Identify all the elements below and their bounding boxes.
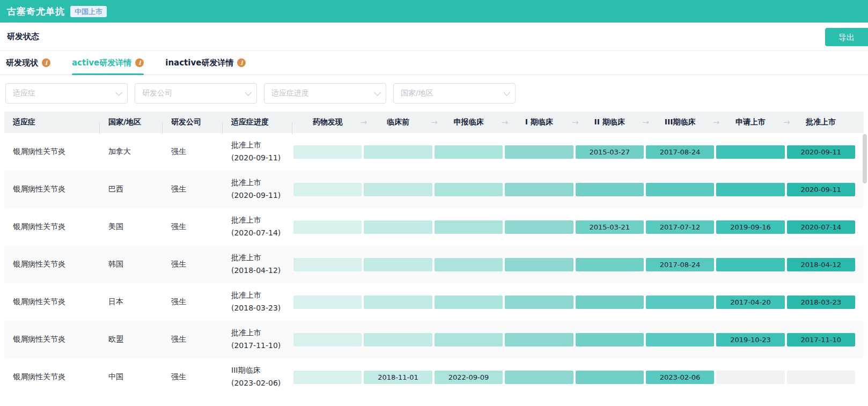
stage-cell: 2019-10-23	[715, 333, 785, 346]
stage-bar	[576, 371, 644, 384]
stage-cell	[504, 145, 574, 159]
stage-bar	[576, 183, 644, 196]
stage-bar	[576, 258, 644, 271]
stage-cell	[363, 258, 433, 271]
stage-bar: 2018-03-23	[787, 296, 855, 309]
table-row: 银屑病性关节炎 美国 强生 批准上市 (2020-07-14) 2015-03-…	[4, 208, 864, 246]
stage-bar	[646, 333, 714, 346]
info-icon[interactable]: i	[135, 58, 144, 67]
stage-cell	[363, 333, 433, 346]
stage-cell	[575, 258, 645, 271]
header-stage-approved: 批准上市	[786, 117, 856, 127]
progress-status: 批准上市	[231, 289, 292, 302]
stage-cell	[715, 183, 785, 196]
progress-cell: 批准上市 (2018-03-23)	[223, 289, 292, 315]
tab-label: inactive研发详情	[165, 58, 233, 68]
stage-bar	[716, 258, 784, 271]
stage-bars: 2015-03-272017-08-242020-09-11	[292, 145, 864, 159]
region-cell: 韩国	[100, 260, 163, 269]
header-region: 国家/地区	[100, 117, 163, 127]
filter-indication[interactable]: 适应症	[5, 83, 128, 104]
stage-cell: 2020-09-11	[786, 183, 856, 196]
stage-cell	[715, 145, 785, 159]
indication-cell: 银屑病性关节炎	[4, 335, 100, 344]
progress-status: 批准上市	[231, 327, 292, 339]
stage-bars: 2020-09-11	[292, 183, 864, 196]
region-cell: 欧盟	[100, 335, 163, 344]
stage-bar: 2017-11-10	[787, 333, 855, 346]
header-indication: 适应症	[4, 117, 100, 127]
stage-bar: 2018-11-01	[364, 371, 432, 384]
region-cell: 美国	[100, 222, 163, 232]
table-body: 银屑病性关节炎 加拿大 强生 批准上市 (2020-09-11) 2015-03…	[4, 133, 864, 396]
stage-cell	[292, 296, 363, 309]
stage-bar	[435, 258, 503, 271]
stage-cell: 2015-03-21	[575, 220, 645, 234]
table-row: 银屑病性关节炎 中国 强生 III期临床 (2023-02-06) 2018-1…	[4, 358, 864, 396]
stage-cell	[575, 296, 645, 309]
tab-inactive-rd-detail[interactable]: inactive研发详情 i	[165, 51, 246, 75]
region-cell: 巴西	[100, 184, 163, 194]
progress-date: (2018-03-23)	[231, 302, 292, 315]
stage-cell: 2018-04-12	[786, 258, 856, 271]
filter-progress[interactable]: 适应症进度	[264, 83, 386, 104]
progress-date: (2023-02-06)	[231, 377, 292, 390]
stage-bar	[364, 183, 432, 196]
table-row: 银屑病性关节炎 欧盟 强生 批准上市 (2017-11-10) 2019-10-…	[4, 321, 864, 358]
stage-cell	[645, 333, 715, 346]
section-title: 研发状态	[7, 32, 39, 42]
stage-bar: 2020-07-14	[787, 220, 855, 234]
stage-cell	[433, 296, 504, 309]
vertical-scrollbar-thumb[interactable]	[863, 134, 867, 183]
table-row: 银屑病性关节炎 巴西 强生 批准上市 (2020-09-11) 2020-09-…	[4, 171, 864, 208]
stage-bar	[293, 145, 362, 159]
chevron-down-icon	[503, 89, 510, 96]
stage-bar	[505, 145, 573, 159]
stage-cell: 2017-08-24	[645, 145, 715, 159]
company-cell: 强生	[163, 372, 223, 382]
stage-cell	[786, 371, 856, 384]
stage-bar	[505, 333, 573, 346]
stage-cell	[292, 220, 363, 234]
stage-cell	[504, 333, 574, 346]
stage-bar: 2017-07-12	[646, 220, 714, 234]
stage-bar	[293, 371, 362, 384]
progress-status: 批准上市	[231, 176, 292, 189]
tab-rd-status[interactable]: 研发现状 i	[6, 51, 50, 75]
progress-cell: 批准上市 (2020-07-14)	[223, 214, 292, 240]
progress-date: (2017-11-10)	[231, 339, 292, 352]
stage-bar	[505, 371, 573, 384]
stage-bar	[505, 220, 573, 234]
section-header: 研发状态 导出	[0, 23, 868, 51]
stage-cell: 2017-04-20	[715, 296, 785, 309]
export-button[interactable]: 导出	[825, 28, 868, 46]
stage-cell	[292, 183, 363, 196]
tab-label: active研发详情	[72, 58, 131, 68]
region-cell: 加拿大	[100, 147, 163, 157]
stage-bar	[505, 258, 573, 271]
tab-active-rd-detail[interactable]: active研发详情 i	[72, 51, 144, 75]
filter-placeholder: 适应症	[13, 88, 35, 98]
header-stage-nda: 申请上市→	[715, 117, 785, 127]
stage-bar	[293, 258, 362, 271]
stage-bar	[505, 183, 573, 196]
stage-cell	[575, 333, 645, 346]
pipeline-table: 适应症 国家/地区 研发公司 适应症进度 药物发现→ 临床前→ 申报临床→ I …	[4, 112, 864, 396]
stage-bar	[716, 145, 784, 159]
company-cell: 强生	[163, 297, 223, 307]
filter-placeholder: 国家/地区	[401, 88, 433, 98]
stage-cell: 2019-09-16	[715, 220, 785, 234]
stage-bar	[435, 333, 503, 346]
progress-cell: 批准上市 (2018-04-12)	[223, 252, 292, 277]
stage-cell	[504, 183, 574, 196]
stage-cell	[292, 371, 363, 384]
info-icon[interactable]: i	[42, 58, 50, 67]
stage-cell	[292, 258, 363, 271]
filter-company[interactable]: 研发公司	[135, 83, 257, 104]
stage-cell	[504, 296, 574, 309]
stage-cell	[433, 220, 504, 234]
info-icon[interactable]: i	[237, 58, 246, 67]
stage-cell: 2017-08-24	[645, 258, 715, 271]
filter-region[interactable]: 国家/地区	[393, 83, 516, 104]
stage-cell	[715, 258, 785, 271]
